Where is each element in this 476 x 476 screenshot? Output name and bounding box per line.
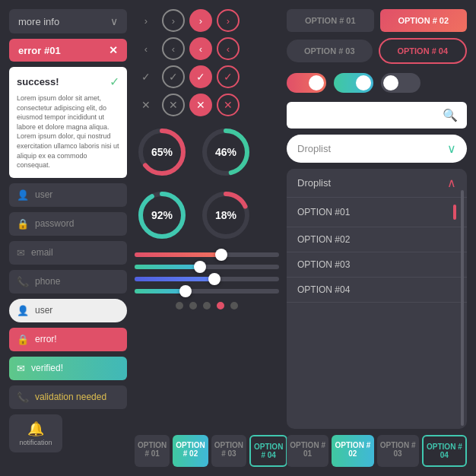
email-label: email (31, 247, 53, 258)
option-btn-03[interactable]: OPTION # 03 (287, 40, 373, 62)
right-arrow-outline-pink[interactable]: › (217, 9, 240, 32)
check-flat[interactable]: ✓ (135, 65, 157, 88)
right-arrow-row: › › › › (135, 9, 279, 32)
right-column: OPTION # 01 OPTION # 02 OPTION # 03 OPTI… (287, 9, 467, 467)
slider-3[interactable] (135, 277, 279, 281)
pagination-dots (135, 302, 279, 309)
password-input[interactable]: 🔒 password (9, 212, 127, 236)
progress-65: 65% (135, 125, 189, 179)
tab-option1[interactable]: OPTION # 01 (135, 435, 170, 467)
toggle-2[interactable] (334, 73, 373, 93)
left-arrow-row: ‹ ‹ ‹ ‹ (135, 37, 279, 60)
email-input[interactable]: ✉ email (9, 241, 127, 265)
error-input[interactable]: 🔒 error! (9, 328, 127, 351)
indicator-1 (453, 205, 456, 220)
right-arrow-flat[interactable]: › (135, 9, 157, 32)
chevron-up-icon: ∧ (447, 176, 456, 190)
user2-label: user (35, 305, 52, 316)
verified-input[interactable]: ✉ verified! (9, 357, 127, 380)
tab-option3[interactable]: OPTION # 03 (211, 435, 246, 467)
pct-65: 65% (151, 146, 173, 158)
dot-1[interactable] (176, 302, 183, 309)
cross-outline[interactable]: ✕ (162, 94, 185, 116)
success-box: success! ✓ Lorem ipsum dolor sit amet, c… (9, 67, 127, 178)
more-info-dropdown[interactable]: more info ∨ (9, 9, 127, 33)
search-icon: 🔍 (443, 108, 458, 122)
btab-option3[interactable]: OPTION # 03 (377, 435, 419, 467)
toggle-row (287, 73, 467, 93)
lock2-icon: 🔒 (17, 334, 29, 345)
cross-row: ✕ ✕ ✕ ✕ (135, 94, 279, 116)
search-bar[interactable]: 🔍 (287, 102, 467, 129)
left-arrow-outline[interactable]: ‹ (162, 37, 185, 60)
option-btn-02[interactable]: OPTION # 02 (380, 9, 468, 32)
search-input[interactable] (296, 109, 443, 121)
left-arrow-filled[interactable]: ‹ (189, 37, 212, 60)
option-btn-04[interactable]: OPTION # 04 (379, 38, 468, 64)
dot-4-active[interactable] (217, 302, 224, 309)
user-label: user (35, 189, 52, 200)
pct-18: 18% (215, 209, 236, 221)
phone-input[interactable]: 📞 phone (9, 270, 127, 294)
chevron-down-icon: ∨ (110, 15, 118, 27)
cross-filled[interactable]: ✕ (189, 94, 212, 116)
pct-92: 92% (151, 209, 173, 221)
slider-1[interactable] (135, 252, 279, 257)
check-filled[interactable]: ✓ (189, 65, 212, 88)
middle-column: › › › › ‹ ‹ ‹ ‹ ✓ ✓ ✓ ✓ ✕ ✕ ✕ ✕ (135, 9, 279, 467)
left-column: more info ∨ error #01 ✕ success! ✓ Lorem… (9, 9, 127, 467)
dropdown-label: more info (18, 16, 59, 27)
droplist-item-3[interactable]: OPTION #03 (287, 252, 467, 278)
user-input[interactable]: 👤 user (9, 183, 127, 207)
toggle-1[interactable] (287, 73, 326, 93)
notification-button[interactable]: 🔔 notification (9, 414, 62, 452)
lock-icon: 🔒 (17, 218, 29, 230)
cross-outline-pink[interactable]: ✕ (217, 94, 240, 116)
slider-2[interactable] (135, 265, 279, 269)
droplist-item-4[interactable]: OPTION #04 (287, 278, 467, 303)
chevron-down-icon2: ∨ (447, 141, 456, 156)
phone2-icon: 📞 (17, 392, 29, 403)
droplist-open-label: Droplist (297, 177, 331, 189)
validation-input[interactable]: 📞 validation needed (9, 386, 127, 409)
btab-option1[interactable]: OPTION # 01 (287, 435, 328, 467)
option-btn-01[interactable]: OPTION # 01 (287, 9, 374, 32)
check-outline-pink[interactable]: ✓ (217, 65, 240, 88)
progress-92: 92% (135, 188, 189, 243)
email-icon: ✉ (17, 247, 25, 259)
dot-2[interactable] (189, 302, 197, 309)
slider-4[interactable] (135, 289, 279, 294)
error-bar: error #01 ✕ (9, 39, 127, 62)
verified-label: verified! (31, 363, 63, 373)
btab-option2[interactable]: OPTION # 02 (332, 435, 373, 467)
tab-option2[interactable]: OPTION # 02 (173, 435, 208, 467)
user-light-input[interactable]: 👤 user (9, 299, 127, 322)
user-icon: 👤 (17, 189, 29, 201)
check-outline[interactable]: ✓ (162, 65, 185, 88)
error-input-label: error! (35, 334, 57, 344)
cross-flat[interactable]: ✕ (135, 94, 157, 116)
btab-option4[interactable]: OPTION # 04 (422, 435, 467, 467)
right-arrow-outline[interactable]: › (162, 9, 185, 32)
droplist-open-header[interactable]: Droplist ∧ (287, 169, 467, 198)
dot-3[interactable] (203, 302, 211, 309)
left-arrow-flat[interactable]: ‹ (135, 37, 157, 60)
bottom-tab-row-right: OPTION # 01 OPTION # 02 OPTION # 03 OPTI… (287, 435, 467, 467)
dot-5[interactable] (230, 302, 238, 309)
user2-icon: 👤 (17, 305, 29, 316)
phone-label: phone (35, 276, 60, 287)
slider-group (135, 252, 279, 294)
tab-option4[interactable]: OPTION # 04 (249, 435, 287, 467)
check-icon: ✓ (109, 75, 119, 89)
close-icon[interactable]: ✕ (109, 44, 118, 56)
right-arrow-filled[interactable]: › (189, 9, 212, 32)
droplist-closed[interactable]: Droplist ∨ (287, 135, 467, 163)
toggle-3[interactable] (381, 73, 420, 93)
left-arrow-outline-pink[interactable]: ‹ (217, 37, 240, 60)
droplist-item-1[interactable]: OPTION #01 (287, 198, 467, 227)
toggle-1-thumb (309, 75, 324, 90)
droplist-item-2[interactable]: OPTION #02 (287, 227, 467, 252)
pct-46: 46% (215, 146, 236, 158)
mid-option-row: OPTION # 03 OPTION # 04 (287, 38, 467, 64)
scrollbar[interactable] (461, 190, 464, 426)
